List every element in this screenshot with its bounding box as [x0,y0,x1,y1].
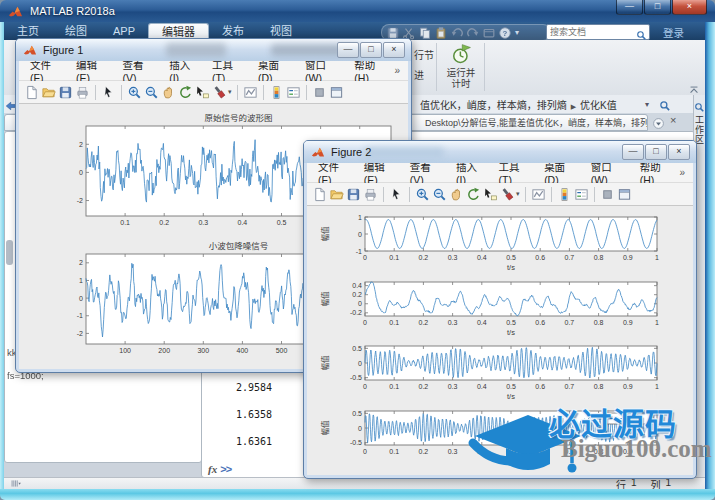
link-plots-icon[interactable] [243,85,258,100]
brush-dropdown-icon[interactable]: ▾ [228,88,232,96]
brush-icon[interactable] [500,187,515,202]
insert-legend-icon[interactable] [574,187,589,202]
figure-close-button[interactable]: × [383,42,405,58]
editor-scrollbar-thumb[interactable] [6,240,13,265]
address-dropdown-icon[interactable]: ▾ [645,100,649,109]
menu-file[interactable]: 文件(F) [23,57,69,84]
menu-overflow-icon[interactable]: » [679,167,685,178]
dock-window-icon[interactable] [617,187,632,202]
svg-text:0.4: 0.4 [477,254,487,261]
login-link[interactable]: 登录 [663,25,684,40]
svg-text:0: 0 [79,295,83,302]
brush-dropdown-icon[interactable]: ▾ [516,190,520,198]
menu-insert[interactable]: 插入(I) [449,159,491,186]
menu-tools[interactable]: 工具(T) [491,159,537,186]
paste-icon[interactable] [434,26,448,40]
svg-text:0.4: 0.4 [477,383,487,390]
workspace-search-icon[interactable] [694,99,705,110]
quick-access-dropdown-icon[interactable]: ▾ [515,28,519,37]
menu-window[interactable]: 窗口(W) [298,57,347,84]
figure-maximize-button[interactable]: □ [645,144,667,160]
search-icon[interactable] [636,27,647,38]
breadcrumb[interactable]: 值优化K，峭度，样本熵，排列熵▶优化K值 [420,97,617,112]
cursor-arrow-icon[interactable] [389,187,404,202]
editor-tab-dropdown-icon[interactable] [652,116,665,129]
pan-icon[interactable] [449,187,464,202]
menu-view[interactable]: 查看(V) [403,159,449,186]
brush-icon[interactable] [212,85,227,100]
folder-search-icon[interactable] [659,98,671,110]
fig2-subplot-1[interactable]: 00.10.20.30.40.50.60.70.80.91-101幅值t/s [315,212,675,276]
menu-file[interactable]: 文件(F) [311,159,357,186]
zoom-out-icon[interactable] [432,187,447,202]
save-figure-icon[interactable] [346,187,361,202]
status-grip-icon[interactable] [8,478,24,489]
dock-window-icon[interactable] [329,85,344,100]
collapse-ribbon-icon[interactable] [688,82,700,93]
zoom-in-icon[interactable] [415,187,430,202]
dock-square-icon[interactable] [600,187,615,202]
new-figure-icon[interactable] [24,85,39,100]
colorbar-icon[interactable] [557,187,572,202]
fig2-subplot-4[interactable]: 00.10.20.30.40.50.60.70.80.91-0.500.5幅值t… [315,406,675,470]
copy-icon[interactable] [418,26,432,40]
print-icon[interactable] [75,85,90,100]
svg-text:0: 0 [358,425,362,432]
redo-icon[interactable] [466,26,480,40]
help-icon[interactable]: ? [498,26,512,40]
menu-insert[interactable]: 插入(I) [162,57,205,84]
undo-icon[interactable] [450,26,464,40]
figure1-titlebar[interactable]: Figure 1 — □ × [16,39,411,61]
menu-help[interactable]: 帮助(H) [633,159,680,186]
data-cursor-icon[interactable] [483,187,498,202]
figure-minimize-button[interactable]: — [622,144,644,160]
link-plots-icon[interactable] [531,187,546,202]
rotate-3d-icon[interactable] [178,85,193,100]
run-and-time-button[interactable]: 运行并 计时 [442,42,480,92]
dock-square-icon[interactable] [312,85,327,100]
save-figure-icon[interactable] [58,85,73,100]
zoom-in-icon[interactable] [127,85,142,100]
figure2-titlebar[interactable]: Figure 2 — □ × [304,141,696,163]
editor-tab-close-icon[interactable]: × [670,114,676,126]
minimize-button[interactable]: — [616,0,643,15]
rotate-3d-icon[interactable] [466,187,481,202]
menu-tools[interactable]: 工具(T) [205,57,251,84]
figure-maximize-button[interactable]: □ [360,42,382,58]
zoom-out-icon[interactable] [144,85,159,100]
open-file-icon[interactable] [329,187,344,202]
fig2-subplot-3[interactable]: 00.10.20.30.40.50.60.70.80.91-0.500.5幅值t… [315,341,675,405]
menu-desktop[interactable]: 桌面(D) [537,159,584,186]
figure-minimize-button[interactable]: — [337,42,359,58]
ribbon-separator [436,43,437,91]
pan-icon[interactable] [161,85,176,100]
print-icon[interactable] [363,187,378,202]
svg-text:0.5: 0.5 [506,254,516,261]
insert-legend-icon[interactable] [286,85,301,100]
menu-window[interactable]: 窗口(W) [584,159,633,186]
search-documentation-input[interactable] [547,27,636,37]
cursor-arrow-icon[interactable] [101,85,116,100]
menu-help[interactable]: 帮助(H) [347,57,394,84]
svg-text:300: 300 [197,347,209,354]
command-prompt[interactable]: fx >> [208,463,231,475]
command-output: 2.9584 [236,382,272,393]
new-figure-icon[interactable] [312,187,327,202]
svg-text:0.1: 0.1 [120,219,130,226]
open-file-icon[interactable] [41,85,56,100]
figure-close-button[interactable]: × [668,144,690,160]
main-titlebar[interactable]: MATLAB R2018a — □ × [0,0,715,22]
menu-overflow-icon[interactable]: » [394,65,400,76]
switch-window-icon[interactable] [482,26,496,40]
menu-edit[interactable]: 编辑(E) [69,57,116,84]
menu-edit[interactable]: 编辑(E) [357,159,403,186]
menu-view[interactable]: 查看(V) [116,57,163,84]
colorbar-icon[interactable] [269,85,284,100]
svg-text:-1: -1 [77,312,83,319]
svg-text:幅值: 幅值 [320,291,330,306]
fig2-subplot-2[interactable]: 00.10.20.30.40.50.60.70.80.91-0.200.20.4… [315,277,675,341]
menu-desktop[interactable]: 桌面(D) [251,57,298,84]
close-button[interactable]: × [672,0,707,15]
maximize-button[interactable]: □ [644,0,671,15]
data-cursor-icon[interactable] [195,85,210,100]
